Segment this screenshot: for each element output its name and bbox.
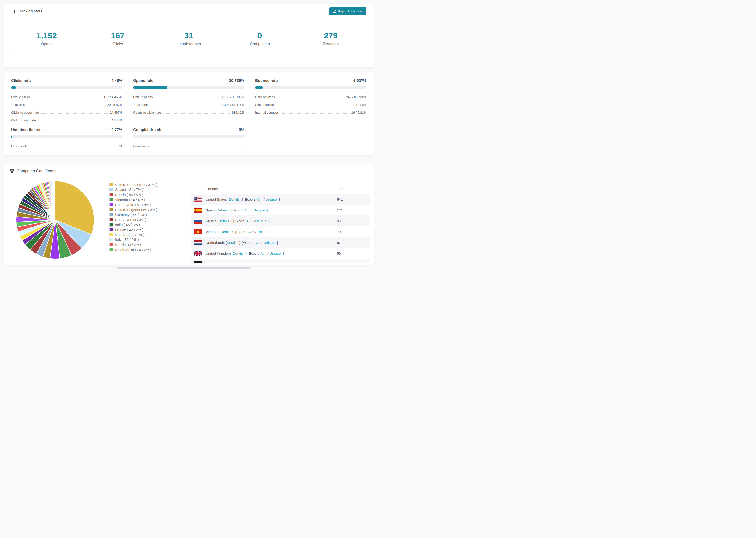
geo-header: Campaign Geo Opens <box>4 163 374 179</box>
rate-progress-fill <box>255 86 263 89</box>
rate-title-label: Opens rate <box>133 79 153 83</box>
detail-value: 0 <box>241 144 244 148</box>
legend-item-united-states: United States ( 541 / 31% ) <box>109 182 157 187</box>
export-unique-link-spain[interactable]: Unique › <box>253 208 267 212</box>
de-flag <box>194 261 202 264</box>
legend-swatch <box>109 208 113 211</box>
export-all-link-united-states[interactable]: All › <box>257 197 263 201</box>
horizontal-scrollbar-thumb[interactable] <box>117 267 250 269</box>
legend-swatch <box>109 183 113 187</box>
export-all-link-united-kingdom[interactable]: All › <box>260 251 266 255</box>
total-cell: 67 <box>337 241 370 244</box>
rate-progress-track <box>255 86 366 89</box>
detail-label: Soft bounces <box>255 103 275 107</box>
nl-flag <box>194 240 202 245</box>
ru-flag <box>194 218 202 224</box>
table-row-spain: Spain [Details ›] [Export: All › / Uniqu… <box>190 205 370 215</box>
export-unique-link-russia[interactable]: Unique › <box>255 219 269 223</box>
pie-legend: United States ( 541 / 31% )Spain ( 121 /… <box>109 182 157 252</box>
detail-label: Hard bounces <box>255 95 276 99</box>
total-cell: 59 <box>337 251 370 255</box>
rate-title: Bounce rate6.927% <box>255 79 366 83</box>
rate-title-value: 6.927% <box>353 79 366 83</box>
rate-detail-row: Opens to clicks rate689.82% <box>133 109 244 116</box>
details-link-netherlands[interactable]: Details › <box>227 241 240 244</box>
rate-progress-fill <box>11 86 16 89</box>
detail-value: 31 <box>117 144 122 148</box>
leader-dots <box>28 106 104 106</box>
details-link-russia[interactable]: Details › <box>218 219 231 223</box>
legend-swatch <box>109 233 113 237</box>
export-unique-link-netherlands[interactable]: Unique › <box>263 241 277 244</box>
rate-detail-row: Hard bounces242 / 86.738% <box>255 93 366 101</box>
rate-title-label: Clicks rate <box>11 79 30 83</box>
rate-detail-row: Soft bounces18 / 0% <box>255 101 366 109</box>
detail-value: 242 / 86.738% <box>344 95 366 99</box>
export-all-link-netherlands[interactable]: All › <box>254 241 261 244</box>
legend-label: France ( 42 / 2% ) <box>115 228 143 232</box>
details-link-vietnam[interactable]: Details › <box>220 230 233 234</box>
rate-detail-row: Click through rate4.147% <box>11 116 122 124</box>
detail-label: Click through rate <box>11 119 37 122</box>
rate-block-complaints-rate: Complaints rate0%Complaints0 <box>133 128 244 150</box>
rate-detail-row: Internal bounces19 / 6.81% <box>255 109 366 116</box>
rate-detail-row: Complaints0 <box>133 142 244 150</box>
details-link-spain[interactable]: Details › <box>217 208 230 212</box>
legend-item-canada: Canada ( 40 / 2% ) <box>109 232 157 237</box>
campaign-geo-opens-card: Campaign Geo Opens United States ( 541 /… <box>4 163 374 265</box>
legend-swatch <box>109 198 113 201</box>
export-all-link-vietnam[interactable]: All › <box>248 230 254 234</box>
legend-swatch <box>109 223 113 227</box>
rate-title: Opens rate30.736% <box>133 79 244 83</box>
total-cell: 86 <box>337 219 370 223</box>
geo-opens-pie-chart <box>15 180 95 260</box>
export-unique-link-vietnam[interactable]: Unique › <box>257 230 271 234</box>
stat-value: 0 <box>257 31 262 40</box>
table-header-row: Country Total <box>190 184 370 194</box>
country-cell: United Kingdom [Details ›] [Export: All … <box>206 251 337 255</box>
rate-detail-rows: Unique clicks167 / 4.456%Total clicks220… <box>11 93 122 124</box>
legend-swatch <box>109 188 113 191</box>
country-cell: Vietnam [Details ›] [Export: All › / Uni… <box>206 230 337 234</box>
details-link-united-kingdom[interactable]: Details › <box>233 251 245 255</box>
stat-value: 167 <box>111 31 125 40</box>
stat-value: 279 <box>324 31 338 40</box>
rate-title-label: Bounce rate <box>255 79 278 83</box>
export-all-link-russia[interactable]: All › <box>246 219 252 223</box>
legend-swatch <box>109 218 113 221</box>
total-cell: 79 <box>337 230 370 234</box>
rate-detail-row: Unique opens1,152 / 30.736% <box>133 93 244 101</box>
legend-item-india: India ( 46 / 3% ) <box>109 222 157 227</box>
legend-label: Romania ( 49 / 3% ) <box>115 218 146 222</box>
gb-flag <box>194 251 202 256</box>
bar-chart-icon <box>11 9 15 13</box>
detail-value: 18 / 0% <box>354 103 366 107</box>
legend-item-germany: Germany ( 55 / 3% ) <box>109 212 157 217</box>
table-row-united-states: United States [Details ›] [Export: All ›… <box>190 194 370 205</box>
detail-value: 1,152 / 30.736% <box>220 95 244 99</box>
details-link-united-states[interactable]: Details › <box>229 197 242 201</box>
stat-clicks: 167Clicks <box>82 24 153 54</box>
tracking-stats-card: Tracking stats Export basic stats 1,152O… <box>4 4 374 67</box>
export-unique-link-united-states[interactable]: Unique › <box>266 197 279 201</box>
rate-progress-track <box>11 86 122 89</box>
rate-detail-rows: Complaints0 <box>133 142 244 150</box>
legend-swatch <box>109 243 113 246</box>
rate-title-value: 0% <box>239 128 244 132</box>
detail-value: 689.82% <box>230 111 244 115</box>
rate-title-label: Complaints rate <box>133 128 162 132</box>
rate-detail-row: Unique clicks167 / 4.456% <box>11 93 122 101</box>
export-all-link-spain[interactable]: All › <box>244 208 250 212</box>
legend-item-vietnam: Vietnam ( 79 / 5% ) <box>109 197 157 202</box>
export-unique-link-united-kingdom[interactable]: Unique › <box>270 251 283 255</box>
legend-label: Brazil ( 33 / 2% ) <box>115 243 141 247</box>
table-row-russia: Russia [Details ›] [Export: All › / Uniq… <box>190 215 370 226</box>
es-flag <box>194 207 202 213</box>
rate-title-label: Unsubscribe rate <box>11 128 43 132</box>
detail-label: Opens to clicks rate <box>133 111 162 115</box>
detail-value: 4.147% <box>110 119 122 122</box>
rate-detail-rows: Hard bounces242 / 86.738%Soft bounces18 … <box>255 93 366 116</box>
export-basic-stats-button[interactable]: Export basic stats <box>329 7 366 16</box>
detail-label: Unique opens <box>133 95 154 99</box>
rate-detail-rows: Unsubscribes31 <box>11 142 122 150</box>
